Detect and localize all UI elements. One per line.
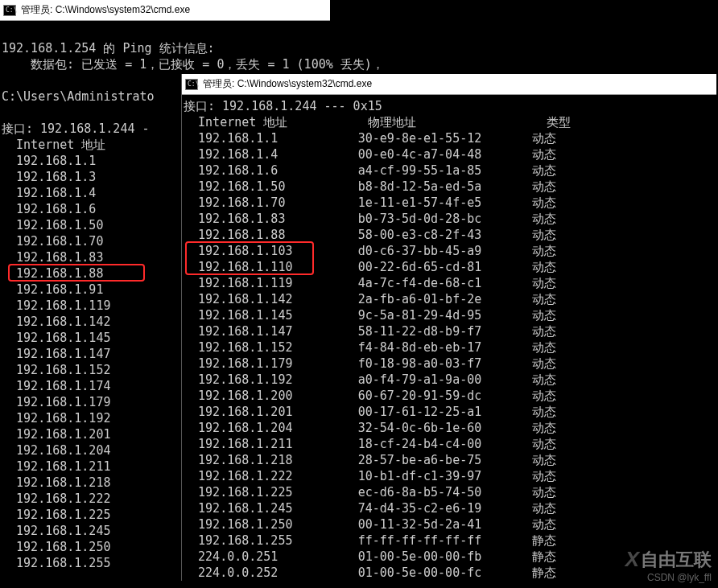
cmd-icon: C:\ [3, 5, 16, 16]
ping-header: 192.168.1.254 的 Ping 统计信息: [2, 41, 215, 56]
interface-line-left: 接口: 192.168.1.244 - [2, 121, 150, 136]
col-header-left: Internet 地址 [2, 138, 105, 152]
arp-header-right: Internet 地址 物理地址 类型 [184, 115, 571, 130]
terminal-right-body[interactable]: 接口: 192.168.1.244 --- 0x15 Internet 地址 物… [182, 95, 716, 581]
titlebar-left-text: 管理员: C:\Windows\system32\cmd.exe [21, 3, 190, 17]
titlebar-right[interactable]: C:\ 管理员: C:\Windows\system32\cmd.exe [182, 74, 716, 95]
interface-line-right: 接口: 192.168.1.244 --- 0x15 [184, 99, 382, 113]
cmd-window-right: C:\ 管理员: C:\Windows\system32\cmd.exe 接口:… [181, 74, 716, 581]
titlebar-left[interactable]: C:\ 管理员: C:\Windows\system32\cmd.exe [0, 0, 330, 21]
ping-line: 数据包: 已发送 = 1，已接收 = 0，丢失 = 1 (100% 丢失)， [2, 57, 384, 72]
cmd-icon: C:\ [185, 79, 198, 90]
titlebar-right-text: 管理员: C:\Windows\system32\cmd.exe [203, 77, 372, 91]
arp-table-right: 192.168.1.1 30-e9-8e-e1-55-12 动态 192.168… [184, 131, 556, 580]
prompt-line: C:\Users\Administrato [2, 89, 155, 104]
arp-ip-list-left: 192.168.1.1 192.168.1.3 192.168.1.4 192.… [2, 154, 110, 570]
